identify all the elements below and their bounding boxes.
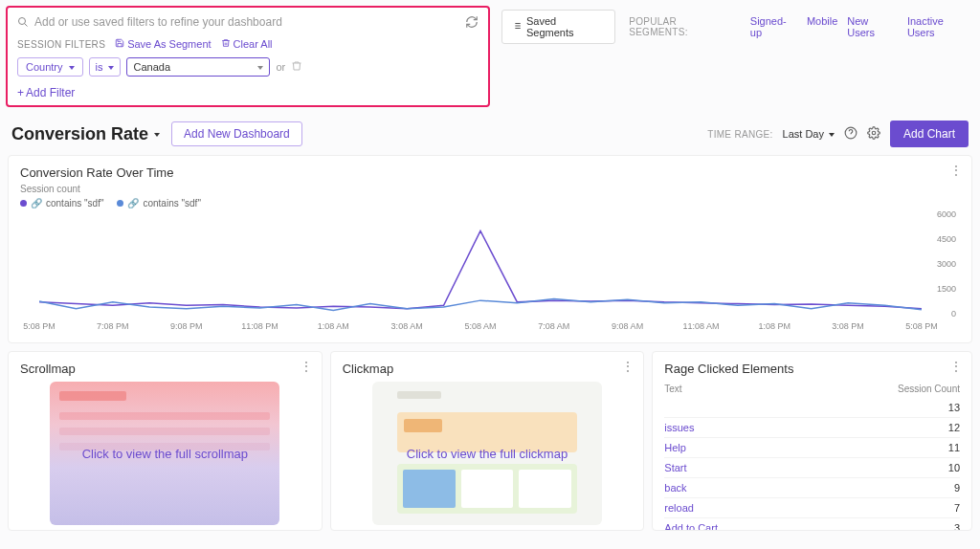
svg-text:7:08 AM: 7:08 AM: [538, 321, 569, 331]
svg-text:5:08 PM: 5:08 PM: [23, 321, 56, 331]
rage-element-link[interactable]: Add to Cart: [664, 522, 718, 531]
legend-item: 🔗contains "sdf": [117, 198, 200, 209]
svg-text:1:08 AM: 1:08 AM: [318, 321, 349, 331]
time-range-select[interactable]: Last Day: [783, 128, 835, 140]
legend-label: contains "sdf": [46, 198, 103, 209]
save-as-segment-link[interactable]: Save As Segment: [115, 38, 211, 50]
svg-text:6000: 6000: [937, 209, 956, 219]
plus-icon: +: [17, 86, 24, 99]
clear-all-link[interactable]: Clear All: [221, 38, 273, 50]
chart-subtitle: Session count: [20, 184, 960, 194]
svg-text:7:08 PM: 7:08 PM: [97, 321, 129, 331]
card-menu-button[interactable]: ⋮: [950, 164, 962, 177]
card-menu-button[interactable]: ⋮: [301, 360, 312, 373]
dashboard-header: Conversion Rate Add New Dashboard TIME R…: [0, 113, 980, 155]
svg-line-1: [25, 24, 28, 27]
segment-link[interactable]: Mobile: [807, 15, 837, 38]
table-row: Start10: [664, 457, 960, 477]
segments-bar: Saved Segments POPULAR SEGMENTS: Signed-…: [501, 10, 972, 44]
segment-link[interactable]: Signed-up: [750, 15, 797, 38]
time-range-label: TIME RANGE:: [707, 129, 772, 140]
scrollmap-preview[interactable]: Click to view the full scrollmap: [50, 382, 279, 525]
chevron-down-icon: [152, 124, 160, 144]
filter-value-select[interactable]: Canada: [126, 57, 270, 77]
dashboard-title-dropdown[interactable]: Conversion Rate: [11, 124, 160, 144]
table-row: reload7: [664, 497, 960, 517]
chevron-down-icon: [106, 61, 114, 73]
rage-element-link[interactable]: issues: [664, 422, 694, 433]
refresh-icon[interactable]: [465, 15, 479, 29]
filter-field-label: Country: [26, 61, 63, 73]
rage-count: 9: [954, 482, 960, 494]
filter-search-input[interactable]: Add or use saved filters to refine your …: [34, 15, 459, 29]
rage-table: 13issues12Help11Start10back9reload7Add t…: [664, 398, 960, 531]
rage-count: 12: [948, 422, 960, 433]
save-icon: [115, 38, 124, 50]
session-filter-actions: SESSION FILTERS Save As Segment Clear Al…: [17, 38, 479, 50]
legend-label: contains "sdf": [143, 198, 200, 209]
svg-text:9:08 PM: 9:08 PM: [170, 321, 203, 331]
save-as-segment-label: Save As Segment: [127, 38, 211, 50]
session-filters-label: SESSION FILTERS: [17, 39, 105, 50]
add-dashboard-button[interactable]: Add New Dashboard: [171, 121, 302, 146]
rage-col-text: Text: [664, 384, 681, 394]
clickmap-cta: Click to view the full clickmap: [407, 447, 568, 461]
help-icon[interactable]: [844, 126, 858, 142]
settings-icon[interactable]: [867, 126, 880, 142]
filter-operator-label: is: [96, 61, 103, 73]
rage-count: 11: [948, 442, 960, 453]
filter-or-label: or: [276, 61, 285, 73]
table-row: 13: [664, 398, 960, 417]
chart-legend: 🔗contains "sdf" 🔗contains "sdf": [20, 198, 960, 209]
rage-element-link[interactable]: reload: [664, 502, 694, 514]
legend-item: 🔗contains "sdf": [20, 198, 103, 209]
rage-element-link[interactable]: Help: [664, 442, 686, 453]
rage-element-link[interactable]: back: [664, 482, 686, 494]
svg-text:11:08 PM: 11:08 PM: [241, 321, 278, 331]
rage-title: Rage Clicked Elements: [664, 362, 960, 376]
card-menu-button[interactable]: ⋮: [950, 360, 962, 373]
svg-text:1:08 PM: 1:08 PM: [758, 321, 791, 331]
chevron-down-icon: [256, 61, 263, 73]
saved-segments-button[interactable]: Saved Segments: [501, 10, 615, 44]
svg-text:1500: 1500: [937, 284, 956, 294]
bottom-cards-row: Scrollmap ⋮ Click to view the full scrol…: [8, 351, 972, 531]
table-row: back9: [664, 477, 960, 497]
chevron-down-icon: [827, 128, 835, 140]
svg-text:3000: 3000: [937, 259, 956, 269]
clickmap-preview[interactable]: Click to view the full clickmap: [372, 382, 602, 525]
delete-filter-button[interactable]: [291, 60, 302, 75]
filter-search-row: Add or use saved filters to refine your …: [17, 15, 479, 29]
rage-element-link[interactable]: Start: [664, 462, 686, 473]
scrollmap-title: Scrollmap: [20, 362, 310, 376]
segment-link[interactable]: Inactive Users: [907, 15, 972, 38]
popular-segments-label: POPULAR SEGMENTS:: [629, 16, 737, 37]
list-icon: [512, 21, 522, 33]
rage-count: 13: [948, 402, 960, 413]
svg-text:3:08 AM: 3:08 AM: [391, 321, 423, 331]
filter-panel: Add or use saved filters to refine your …: [6, 6, 490, 107]
svg-text:11:08 AM: 11:08 AM: [682, 321, 719, 331]
add-filter-button[interactable]: + Add Filter: [17, 86, 75, 99]
dashboard-header-right: TIME RANGE: Last Day Add Chart: [707, 121, 969, 147]
add-filter-label: Add Filter: [26, 86, 75, 99]
filter-field-select[interactable]: Country: [17, 57, 83, 77]
svg-point-10: [872, 131, 876, 135]
filter-value-label: Canada: [133, 61, 170, 73]
add-chart-button[interactable]: Add Chart: [890, 121, 969, 147]
popular-segments-list: Signed-up Mobile New Users Inactive User…: [750, 15, 972, 38]
card-menu-button[interactable]: ⋮: [622, 360, 634, 373]
clear-all-label: Clear All: [234, 38, 273, 50]
segment-link[interactable]: New Users: [847, 15, 898, 38]
svg-text:3:08 PM: 3:08 PM: [832, 321, 864, 331]
chart-card-conversion-rate: Conversion Rate Over Time ⋮ Session coun…: [8, 155, 972, 343]
rage-clicks-card: Rage Clicked Elements ⋮ Text Session Cou…: [652, 351, 972, 531]
table-row: issues12: [664, 417, 960, 437]
chevron-down-icon: [67, 61, 75, 73]
saved-segments-label: Saved Segments: [526, 15, 605, 38]
search-icon: [17, 16, 29, 28]
rage-table-header: Text Session Count: [664, 384, 960, 394]
filter-operator-select[interactable]: is: [89, 57, 122, 77]
svg-point-0: [19, 18, 26, 25]
chart-title: Conversion Rate Over Time: [20, 165, 960, 180]
